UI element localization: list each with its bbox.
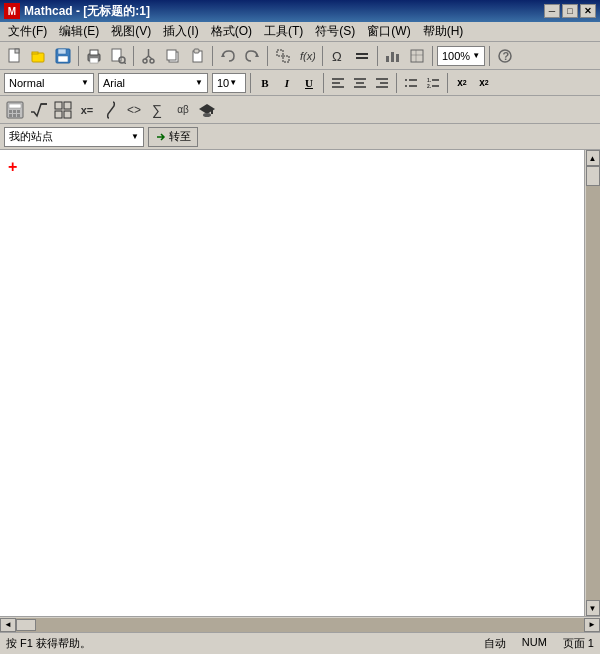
paste-button[interactable]: [186, 45, 208, 67]
save-button[interactable]: [52, 45, 74, 67]
svg-rect-58: [13, 110, 16, 113]
style-dropdown[interactable]: Normal ▼: [4, 73, 94, 93]
equals-button[interactable]: [351, 45, 373, 67]
horizontal-scrollbar[interactable]: ◄ ►: [0, 616, 600, 632]
redo-button[interactable]: [241, 45, 263, 67]
help-button[interactable]: ?: [494, 45, 516, 67]
chart-button[interactable]: [382, 45, 404, 67]
scroll-left-button[interactable]: ◄: [0, 618, 16, 632]
app-icon: M: [4, 3, 20, 19]
cut-button[interactable]: [138, 45, 160, 67]
vertical-scrollbar[interactable]: ▲ ▼: [584, 150, 600, 616]
separator-2: [133, 46, 134, 66]
maximize-button[interactable]: □: [562, 4, 578, 18]
copy-button[interactable]: [162, 45, 184, 67]
separator-7: [432, 46, 433, 66]
undo-button[interactable]: [217, 45, 239, 67]
status-num: NUM: [522, 636, 547, 651]
print-button[interactable]: [83, 45, 105, 67]
title-buttons: ─ □ ✕: [544, 4, 596, 18]
underline-button[interactable]: U: [299, 73, 319, 93]
svg-rect-67: [64, 111, 71, 118]
svg-rect-33: [411, 50, 423, 62]
sqrt-button[interactable]: [28, 99, 50, 121]
integral-button[interactable]: [100, 99, 122, 121]
xeq-button[interactable]: x=: [76, 99, 98, 121]
italic-button[interactable]: I: [277, 73, 297, 93]
menu-view[interactable]: 视图(V): [105, 21, 157, 42]
subscript-button[interactable]: x2: [474, 73, 494, 93]
scroll-thumb[interactable]: [586, 166, 600, 186]
bullet-list-button[interactable]: [401, 73, 421, 93]
close-button[interactable]: ✕: [580, 4, 596, 18]
svg-text:Ω: Ω: [332, 49, 342, 64]
minimize-button[interactable]: ─: [544, 4, 560, 18]
math-toolbar: x= <> ∑ αβ: [0, 96, 600, 124]
separator-3: [212, 46, 213, 66]
new-button[interactable]: [4, 45, 26, 67]
hscroll-thumb[interactable]: [16, 619, 36, 631]
equation-button[interactable]: f(x): [296, 45, 318, 67]
separator-f1: [250, 73, 251, 93]
menu-tools[interactable]: 工具(T): [258, 21, 309, 42]
svg-text:2.: 2.: [427, 83, 432, 89]
workspace-container: + ▲ ▼: [0, 150, 600, 616]
svg-point-72: [203, 113, 211, 117]
bold-button[interactable]: B: [255, 73, 275, 93]
calculator-button[interactable]: [4, 99, 26, 121]
status-page: 页面 1: [563, 636, 594, 651]
menu-insert[interactable]: 插入(I): [157, 21, 204, 42]
svg-rect-71: [211, 109, 213, 114]
svg-rect-66: [55, 111, 62, 118]
compare-button[interactable]: <>: [124, 99, 146, 121]
svg-rect-21: [194, 49, 199, 53]
matrix-button[interactable]: [406, 45, 428, 67]
workspace[interactable]: +: [0, 150, 584, 616]
scroll-up-button[interactable]: ▲: [586, 150, 600, 166]
region-button[interactable]: [272, 45, 294, 67]
align-right-button[interactable]: [372, 73, 392, 93]
align-left-button[interactable]: [328, 73, 348, 93]
site-dropdown[interactable]: 我的站点 ▼: [4, 127, 144, 147]
scroll-down-button[interactable]: ▼: [586, 600, 600, 616]
align-center-button[interactable]: [350, 73, 370, 93]
number-list-button[interactable]: 1.2.: [423, 73, 443, 93]
sum-button[interactable]: ∑: [148, 99, 170, 121]
svg-text:f(x): f(x): [300, 50, 315, 62]
svg-point-47: [405, 79, 407, 81]
svg-point-49: [405, 85, 407, 87]
menu-help[interactable]: 帮助(H): [417, 21, 470, 42]
omega-button[interactable]: Ω: [327, 45, 349, 67]
graduate-button[interactable]: [196, 99, 218, 121]
separator-f3: [396, 73, 397, 93]
open-button[interactable]: [28, 45, 50, 67]
svg-rect-59: [17, 110, 20, 113]
menu-window[interactable]: 窗口(W): [361, 21, 416, 42]
font-dropdown[interactable]: Arial ▼: [98, 73, 208, 93]
svg-rect-25: [283, 56, 289, 62]
svg-marker-22: [221, 53, 225, 57]
goto-button[interactable]: 转至: [148, 127, 198, 147]
size-dropdown[interactable]: 10 ▼: [212, 73, 246, 93]
scroll-right-button[interactable]: ►: [584, 618, 600, 632]
hscroll-track[interactable]: [16, 618, 584, 632]
separator-5: [322, 46, 323, 66]
zoom-arrow: ▼: [472, 51, 480, 60]
superscript-button[interactable]: x2: [452, 73, 472, 93]
menu-symbol[interactable]: 符号(S): [309, 21, 361, 42]
greek-button[interactable]: αβ: [172, 99, 194, 121]
menu-edit[interactable]: 编辑(E): [53, 21, 105, 42]
zoom-dropdown[interactable]: 100% ▼: [437, 46, 485, 66]
status-right: 自动 NUM 页面 1: [484, 636, 594, 651]
menu-file[interactable]: 文件(F): [2, 21, 53, 42]
menu-format[interactable]: 格式(O): [205, 21, 258, 42]
svg-rect-9: [90, 58, 98, 63]
svg-rect-57: [9, 110, 12, 113]
separator-4: [267, 46, 268, 66]
separator-1: [78, 46, 79, 66]
zoom-value: 100%: [442, 50, 470, 62]
grid-button[interactable]: [52, 99, 74, 121]
preview-button[interactable]: [107, 45, 129, 67]
scroll-track[interactable]: [586, 166, 600, 600]
svg-text:<>: <>: [127, 103, 141, 117]
